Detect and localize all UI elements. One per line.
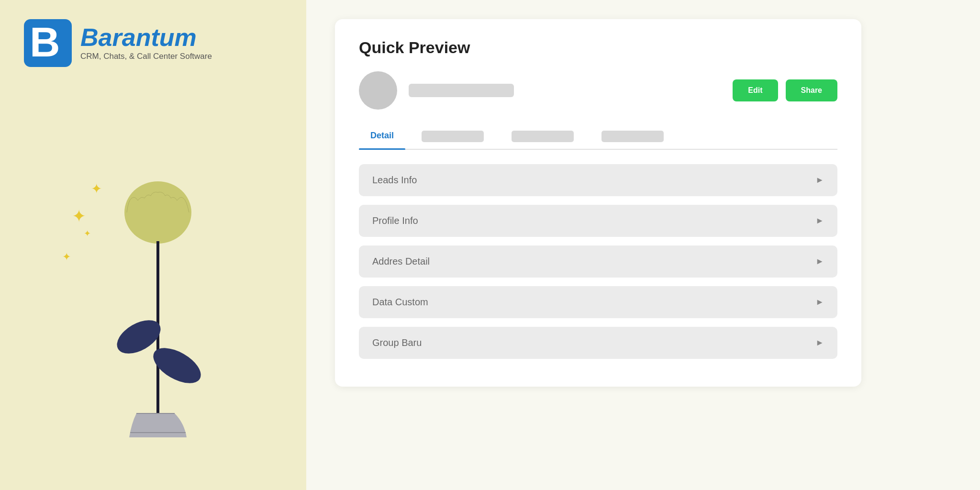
logo-subtitle: CRM, Chats, & Call Center Software bbox=[80, 52, 212, 61]
logo-text-area: Barantum CRM, Chats, & Call Center Softw… bbox=[80, 25, 212, 61]
avatar bbox=[359, 71, 397, 110]
profile-left bbox=[359, 71, 514, 110]
accordion-leads-info-label: Leads Info bbox=[372, 175, 417, 186]
accordion-leads-info[interactable]: Leads Info ► bbox=[359, 164, 837, 196]
tab-2-placeholder bbox=[422, 131, 484, 142]
accordion-data-custom-label: Data Custom bbox=[372, 297, 428, 308]
barantum-logo-icon: B bbox=[24, 19, 72, 67]
accordion-address-detail[interactable]: Addres Detail ► bbox=[359, 245, 837, 278]
right-panel: Quick Preview Edit Share Detail bbox=[306, 0, 980, 490]
svg-text:✦: ✦ bbox=[72, 206, 86, 226]
tab-detail[interactable]: Detail bbox=[359, 124, 405, 149]
flower-illustration: ✦ ✦ ✦ ✦ bbox=[57, 126, 249, 461]
accordion-data-custom[interactable]: Data Custom ► bbox=[359, 286, 837, 318]
accordion-address-detail-label: Addres Detail bbox=[372, 256, 430, 267]
edit-button[interactable]: Edit bbox=[733, 79, 778, 101]
profile-buttons: Edit Share bbox=[733, 79, 837, 101]
left-panel: B Barantum CRM, Chats, & Call Center Sof… bbox=[0, 0, 306, 490]
quick-preview-title: Quick Preview bbox=[359, 38, 837, 57]
logo-title: Barantum bbox=[80, 25, 212, 50]
svg-text:B: B bbox=[30, 19, 60, 66]
tab-bar: Detail bbox=[359, 124, 837, 150]
tab-4[interactable] bbox=[585, 124, 675, 149]
chevron-right-icon: ► bbox=[815, 175, 824, 185]
accordion-group-baru-label: Group Baru bbox=[372, 337, 422, 348]
accordion-group-baru[interactable]: Group Baru ► bbox=[359, 327, 837, 359]
chevron-right-icon: ► bbox=[815, 297, 824, 307]
svg-text:✦: ✦ bbox=[62, 251, 71, 263]
accordion-profile-info[interactable]: Profile Info ► bbox=[359, 205, 837, 237]
chevron-right-icon: ► bbox=[815, 216, 824, 226]
logo-area: B Barantum CRM, Chats, & Call Center Sof… bbox=[24, 19, 212, 67]
svg-text:✦: ✦ bbox=[84, 229, 91, 238]
share-button[interactable]: Share bbox=[786, 79, 837, 101]
profile-header: Edit Share bbox=[359, 71, 837, 110]
svg-text:✦: ✦ bbox=[91, 181, 102, 196]
tab-4-placeholder bbox=[601, 131, 664, 142]
accordion-profile-info-label: Profile Info bbox=[372, 215, 418, 226]
tab-3[interactable] bbox=[495, 124, 585, 149]
chevron-right-icon: ► bbox=[815, 338, 824, 348]
svg-point-9 bbox=[147, 341, 206, 390]
tab-2[interactable] bbox=[405, 124, 495, 149]
tab-3-placeholder bbox=[512, 131, 574, 142]
quick-preview-card: Quick Preview Edit Share Detail bbox=[335, 19, 861, 387]
name-placeholder bbox=[409, 84, 514, 97]
chevron-right-icon: ► bbox=[815, 256, 824, 267]
